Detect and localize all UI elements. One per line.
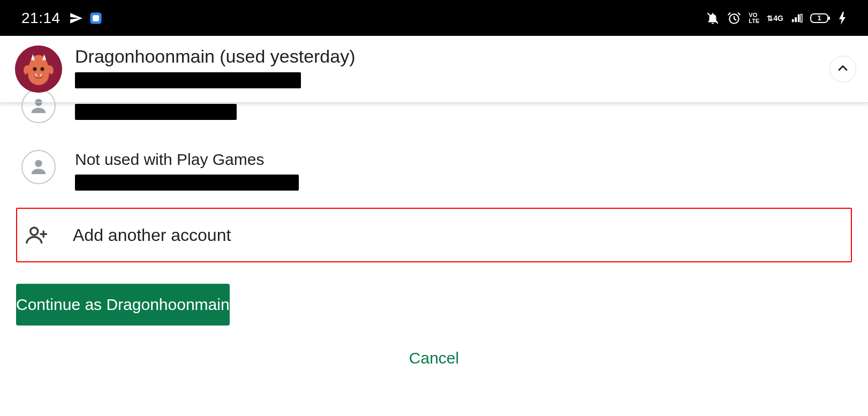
cancel-button[interactable]: Cancel (409, 349, 459, 367)
status-left: 21:14 (21, 10, 103, 27)
charging-icon (839, 12, 847, 25)
continue-label: Continue as Dragonhoonmain (16, 296, 230, 314)
avatar-dragon (15, 46, 62, 93)
account-item-text: Not used with Play Games (75, 150, 299, 191)
account-list: Not used with Play Games Add another acc… (0, 103, 868, 373)
screen-root: 21:14 VOLTE ⇅4G (0, 0, 868, 416)
svg-point-11 (35, 160, 42, 167)
status-right-icons: VOLTE ⇅4G 1 (706, 11, 847, 25)
svg-point-12 (31, 228, 38, 235)
status-time: 21:14 (21, 10, 61, 27)
android-status-bar: 21:14 VOLTE ⇅4G (0, 0, 868, 36)
selected-account-header[interactable]: Dragonhoonmain (used yesterday) (0, 36, 868, 103)
continue-button[interactable]: Continue as Dragonhoonmain (16, 284, 230, 326)
svg-rect-6 (828, 17, 830, 20)
account-item-0[interactable] (0, 103, 868, 123)
add-another-account[interactable]: Add another account (16, 208, 852, 262)
svg-point-9 (41, 67, 44, 71)
add-account-label: Add another account (73, 225, 231, 245)
battery-text: 1 (810, 12, 828, 24)
4g-icon: ⇅4G (767, 14, 783, 22)
redacted-email-1 (75, 175, 299, 191)
redacted-email-0 (75, 104, 237, 120)
collapse-button[interactable] (829, 56, 856, 82)
selected-account-name: Dragonhoonmain (used yesterday) (75, 46, 356, 67)
account-item-1[interactable]: Not used with Play Games (0, 150, 868, 191)
volte-icon: VOLTE (749, 12, 759, 24)
svg-rect-4 (801, 14, 802, 22)
cancel-label: Cancel (409, 349, 459, 367)
status-left-icons (69, 11, 103, 26)
signal-icon (791, 12, 803, 24)
account-item-title: Not used with Play Games (75, 150, 299, 169)
app-square-icon (88, 11, 103, 26)
redacted-email-primary (75, 72, 301, 88)
avatar-generic (21, 150, 56, 184)
alarm-icon (727, 11, 741, 25)
selected-account-text: Dragonhoonmain (used yesterday) (75, 46, 356, 88)
svg-point-8 (33, 67, 36, 71)
chevron-up-icon (835, 60, 850, 78)
bell-off-icon (706, 11, 720, 25)
svg-rect-1 (93, 15, 99, 21)
battery-icon: 1 (810, 12, 832, 24)
person-add-icon (26, 224, 48, 246)
paper-plane-icon (69, 11, 83, 25)
